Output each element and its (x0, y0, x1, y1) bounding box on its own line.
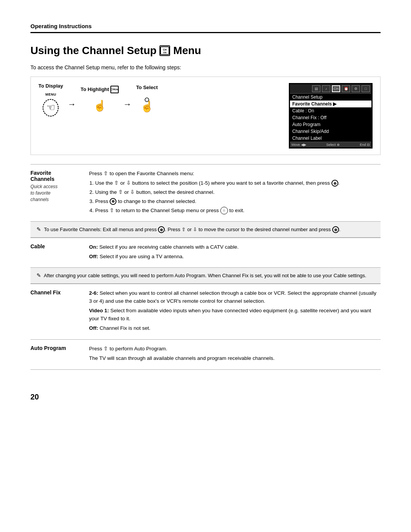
steps-left: To Display MENU ☜ → To Highlight CHON (38, 83, 281, 118)
tv-menu-item-cable: Cable : On (290, 107, 371, 114)
cable-note-text: After changing your cable settings, you … (44, 273, 366, 278)
highlight-label: To Highlight (81, 86, 109, 92)
auto-program-text-1: Press ⇧ to perform Auto Program. (89, 345, 381, 353)
cable-off-bold: Off: (89, 254, 98, 259)
favorite-channels-label-col: FavoriteChannels Quick accessto favorite… (30, 170, 80, 203)
tv-icon-1: ▤ (312, 85, 320, 92)
menu-btn: ⌂ (220, 207, 228, 214)
header-title: Operating Instructions (30, 23, 92, 29)
enter-btn-2: ⊕ (110, 198, 116, 205)
tv-menu-item-channel-label: Channel Label (290, 135, 371, 142)
tv-footer-select: Select ⊕ (326, 143, 340, 147)
fav-step-2: Using the ⇧ or ⇩ button, select the desi… (95, 189, 381, 197)
tv-menu-item-channel-setup: Channel Setup (290, 94, 371, 101)
arrow-2: → (123, 99, 132, 109)
arrow-1: → (68, 99, 76, 109)
tv-menu: ▤ ♪ CH ⏰ ⚙ □ Channel Setup Favorite Chan… (289, 83, 373, 149)
highlight-hand-icon: ☝ (91, 95, 109, 116)
tv-menu-items: Channel Setup Favorite Channels ▶ Cable … (290, 94, 371, 142)
cable-label-col: Cable (30, 243, 80, 249)
cable-on-text: On: Select if you are receiving cable ch… (89, 243, 381, 251)
channel-fix-section: Channel Fix 2-6: Select when you want to… (30, 284, 381, 339)
channel-fix-text-1: 2-6: Select when you want to control all… (89, 289, 381, 305)
fav-step-1: Use the ⇧ or ⇩ buttons to select the pos… (95, 179, 381, 187)
fav-step-4: Press ⇧ to return to the Channel Setup m… (95, 207, 381, 215)
tv-footer-end: End ⊟ (360, 143, 370, 147)
auto-program-section: Auto Program Press ⇧ to perform Auto Pro… (30, 339, 381, 370)
channel-fix-label: Channel Fix (30, 289, 80, 296)
display-hand-icon: ☜ (41, 97, 60, 118)
note-icon-1: ✎ (37, 226, 41, 232)
select-hand-icon: ☝ + (138, 96, 156, 117)
tv-icon-2: ♪ (322, 85, 330, 92)
favorite-channels-content: Press ⇧ to open the Favorite Channels me… (89, 170, 381, 216)
tv-menu-item-favorite: Favorite Channels ▶ (290, 101, 371, 107)
svg-text:☝: ☝ (93, 99, 106, 112)
header: Operating Instructions (30, 23, 381, 33)
channel-fix-26-bold: 2-6: (89, 290, 98, 296)
tv-icon-6: □ (362, 85, 370, 92)
svg-text:ON: ON (163, 51, 166, 54)
enter-btn-3: ⊕ (158, 226, 165, 233)
svg-text:☜: ☜ (46, 102, 55, 113)
svg-text:+: + (146, 99, 148, 102)
favorite-channels-label: FavoriteChannels (30, 170, 80, 182)
svg-text:CH: CH (163, 48, 167, 51)
cable-section: Cable On: Select if you are receiving ca… (30, 238, 381, 268)
page-title-text: Using the Channel Setup (30, 45, 156, 57)
tv-icon-4: ⏰ (342, 85, 350, 92)
channel-fix-off-bold: Off: (89, 325, 98, 331)
cable-label: Cable (30, 243, 80, 249)
page-title: Using the Channel Setup CH ON Menu (30, 45, 381, 57)
enter-btn-4: ⊕ (332, 226, 339, 233)
tv-menu-item-channel-skip: Channel Skip/Add (290, 128, 371, 135)
fav-intro: Press ⇧ to open the Favorite Channels me… (89, 170, 381, 178)
tv-footer-move: Move ◀▶ (292, 143, 306, 147)
page-title-suffix: Menu (173, 45, 201, 57)
tv-menu-item-channel-fix: Channel Fix : Off (290, 114, 371, 121)
fav-steps-list: Use the ⇧ or ⇩ buttons to select the pos… (95, 179, 381, 215)
step-highlight: To Highlight CHON ☝ (81, 86, 119, 116)
step-display: To Display MENU ☜ (38, 83, 63, 118)
fav-step-3: Press ⊕ to change to the channel selecte… (95, 198, 381, 206)
tv-menu-item-auto-program: Auto Program (290, 121, 371, 128)
select-label: To Select (136, 85, 158, 90)
auto-program-content: Press ⇧ to perform Auto Program. The TV … (89, 345, 381, 364)
tv-icon-3: CH (332, 85, 340, 92)
cable-on-bold: On: (89, 244, 98, 250)
cable-note-box: ✎ After changing your cable settings, yo… (30, 267, 381, 284)
channel-fix-text-3: Off: Channel Fix is not set. (89, 324, 381, 332)
channel-fix-text-2: Video 1: Select from available video inp… (89, 307, 381, 323)
auto-program-label: Auto Program (30, 345, 80, 351)
fav-note-box: ✎ To use Favorite Channels: Exit all men… (30, 221, 381, 238)
auto-program-text-2: The TV will scan through all available c… (89, 355, 381, 363)
enter-btn-1: ⊕ (331, 180, 338, 187)
fav-note-text: To use Favorite Channels: Exit all menus… (44, 227, 340, 232)
tv-menu-icons: ▤ ♪ CH ⏰ ⚙ □ (290, 84, 371, 94)
steps-box: To Display MENU ☜ → To Highlight CHON (30, 77, 381, 155)
step-select: To Select ☝ + (136, 85, 158, 117)
highlight-ch-icon: CHON (110, 86, 119, 93)
intro-text: To access the Channel Setup menu, refer … (30, 64, 381, 70)
cable-off-text: Off: Select if you are using a TV antenn… (89, 253, 381, 261)
favorite-channels-section: FavoriteChannels Quick accessto favorite… (30, 164, 381, 221)
note-icon-2: ✎ (37, 272, 41, 278)
display-label: To Display (38, 83, 63, 89)
svg-text:☝: ☝ (140, 100, 154, 113)
tv-menu-footer: Move ◀▶ Select ⊕ End ⊟ (290, 142, 371, 147)
page-number: 20 (30, 393, 381, 401)
cable-content: On: Select if you are receiving cable ch… (89, 243, 381, 262)
channel-fix-content: 2-6: Select when you want to control all… (89, 289, 381, 334)
tv-icon-5: ⚙ (352, 85, 360, 92)
channel-fix-label-col: Channel Fix (30, 289, 80, 296)
auto-program-label-col: Auto Program (30, 345, 80, 351)
channel-setup-icon: CH ON (159, 45, 170, 56)
favorite-channels-sublabel: Quick accessto favoritechannels (30, 184, 80, 203)
channel-fix-video-bold: Video 1: (89, 308, 109, 313)
menu-label: MENU (45, 93, 56, 96)
